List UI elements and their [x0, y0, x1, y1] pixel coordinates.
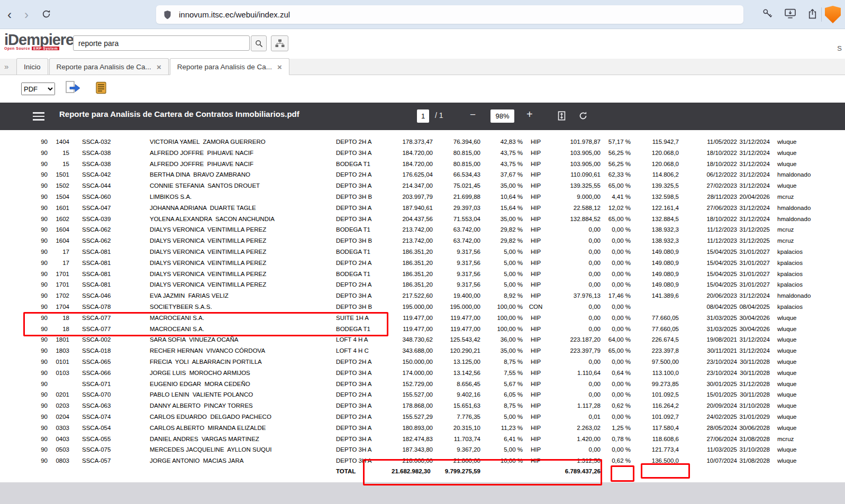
passwords-key-icon[interactable] — [762, 8, 773, 21]
cell: 31/12/2024 — [738, 214, 772, 225]
cell: SSCA-078 — [70, 301, 131, 313]
cell: 77.660,05 — [633, 324, 681, 335]
cell: DEPTO 2H A — [317, 411, 392, 423]
close-tab-icon[interactable]: × — [277, 63, 282, 71]
cell: 141.389,6 — [633, 290, 681, 301]
cell: hmaldonado — [772, 169, 804, 180]
cell: SSCA-002 — [70, 334, 131, 345]
tab-reporte-2[interactable]: Reporte para Analisis de Ca... × — [170, 58, 289, 75]
fit-page-button[interactable] — [557, 111, 567, 123]
cell: 0,64 % — [602, 368, 633, 379]
export-button[interactable] — [66, 80, 81, 95]
cell: hmaldonado — [772, 214, 804, 225]
table-row: 9018SSCA-077MACROCEANI S.A.SUITE 1H A119… — [21, 313, 804, 324]
cell: 0503 — [48, 444, 70, 455]
cell: 15/04/2025 — [681, 279, 738, 290]
forward-button[interactable]: › — [24, 8, 29, 21]
cell: 8,92 % — [481, 290, 524, 301]
cell: 0203 — [48, 400, 70, 411]
cell: 187.343,80 — [392, 444, 434, 455]
cell: 0,00 — [548, 301, 602, 313]
cell: 119.477,00 — [392, 324, 434, 335]
cell: 178.373,47 — [392, 136, 434, 148]
cell: 1.420,00 — [548, 434, 602, 445]
cell: DEPTO 3H A — [317, 214, 392, 225]
cell: SSCA-062 — [70, 224, 131, 235]
cell: 31/08/2028 — [738, 434, 772, 445]
journal-button[interactable] — [95, 81, 107, 96]
cell: LIMBIKOS S.A. — [131, 191, 317, 203]
cell: RECHER HERNAN VIVANCO CÓRDOVA — [131, 345, 317, 356]
cell: HIP — [524, 334, 548, 345]
report-table: 901404SSCA-032VICTORIA YAMEL ZAMORA GUER… — [21, 136, 804, 481]
cell: 65,00 % — [602, 345, 633, 356]
cell: 90 — [21, 423, 48, 434]
reload-button[interactable] — [41, 8, 51, 21]
cell: FRECIA YOLI ALBARRACIN PORTILLA — [131, 356, 317, 368]
send-to-device-icon[interactable] — [785, 8, 796, 21]
close-tab-icon[interactable]: × — [157, 63, 161, 71]
cell: SSCA-044 — [70, 180, 131, 191]
url-bar[interactable]: innovum.itsc.ec/webui/index.zul — [156, 5, 743, 24]
tabs-overflow-button[interactable]: » — [4, 62, 8, 71]
cell: 17 — [48, 258, 70, 269]
cell: 35,00 % — [481, 345, 524, 356]
tab-inicio[interactable]: Inicio — [16, 58, 48, 75]
cell: 149.080,9 — [633, 246, 681, 258]
share-icon[interactable] — [807, 8, 817, 21]
cell: 30/11/2021 — [681, 345, 738, 356]
table-row: 901604SSCA-062DIALYS VERONICA VEINTIMILL… — [21, 235, 804, 246]
cell: 1.117,28 — [548, 400, 602, 411]
idempiere-logo: iDempiere Open Source ERP System — [4, 32, 74, 50]
tab-reporte-1[interactable]: Reporte para Analisis de Ca... × — [49, 58, 169, 75]
cell: DIALYS VERONICA VEINTIMILLA PEREZ — [131, 224, 317, 235]
cell: 132.884,52 — [548, 214, 602, 225]
cell: HIP — [524, 423, 548, 434]
cell: 0,00 % — [602, 246, 633, 258]
total-cell — [524, 466, 548, 481]
cell: mcruz — [772, 191, 804, 203]
cell: 1601 — [48, 203, 70, 214]
sidebar-toggle-button[interactable] — [33, 112, 44, 123]
cell: 90 — [21, 169, 48, 180]
cell: 118.608,6 — [633, 434, 681, 445]
cell: DEPTO 3H A — [317, 444, 392, 455]
cell: 90 — [21, 368, 48, 379]
global-search-input[interactable] — [73, 35, 250, 51]
cell: 30/11/2028 — [738, 368, 772, 379]
cell: 149.080,9 — [633, 269, 681, 280]
zoom-in-button[interactable]: + — [526, 108, 533, 121]
rotate-button[interactable] — [578, 111, 588, 123]
zoom-level-select[interactable]: 98% — [490, 109, 514, 123]
cell: 77.660,05 — [633, 313, 681, 324]
cell: HIP — [524, 203, 548, 214]
menu-tree-button[interactable] — [271, 35, 288, 51]
cell: wluque — [772, 455, 804, 466]
cell: wluque — [772, 389, 804, 400]
cell: 5,67 % — [481, 379, 524, 390]
cell: 13.142,56 — [434, 368, 481, 379]
table-row: 900201SSCA-070PABLO LENIN VALIENTE POLAN… — [21, 389, 804, 400]
cell: 64,00 % — [602, 334, 633, 345]
cell: 29,82 % — [481, 224, 524, 235]
cell: 214.347,00 — [392, 180, 434, 191]
zoom-out-button[interactable]: − — [470, 109, 476, 121]
cell: SSCA-081 — [70, 258, 131, 269]
cell: SSCA-042 — [70, 169, 131, 180]
page-number-input[interactable]: 1 — [417, 109, 429, 123]
format-select[interactable]: PDF — [21, 83, 55, 95]
cell: 90 — [21, 136, 48, 148]
cell: 119.477,00 — [434, 324, 481, 335]
table-row: 901601SSCA-047JOHANNA ADRIANA DUARTE TAG… — [21, 203, 804, 214]
cell: 35,00 % — [481, 180, 524, 191]
back-button[interactable]: ‹ — [7, 8, 12, 21]
cell: HIP — [524, 258, 548, 269]
cell: 0,00 — [548, 379, 602, 390]
search-button[interactable] — [251, 35, 267, 51]
cell: 90 — [21, 214, 48, 225]
tracking-protection-icon[interactable] — [163, 11, 171, 19]
extension-shield-icon[interactable] — [825, 6, 841, 23]
app-header: iDempiere Open Source ERP System S — [0, 30, 845, 59]
cell: 08/04/2025 — [738, 301, 772, 313]
cell: 184.720,00 — [392, 159, 434, 170]
